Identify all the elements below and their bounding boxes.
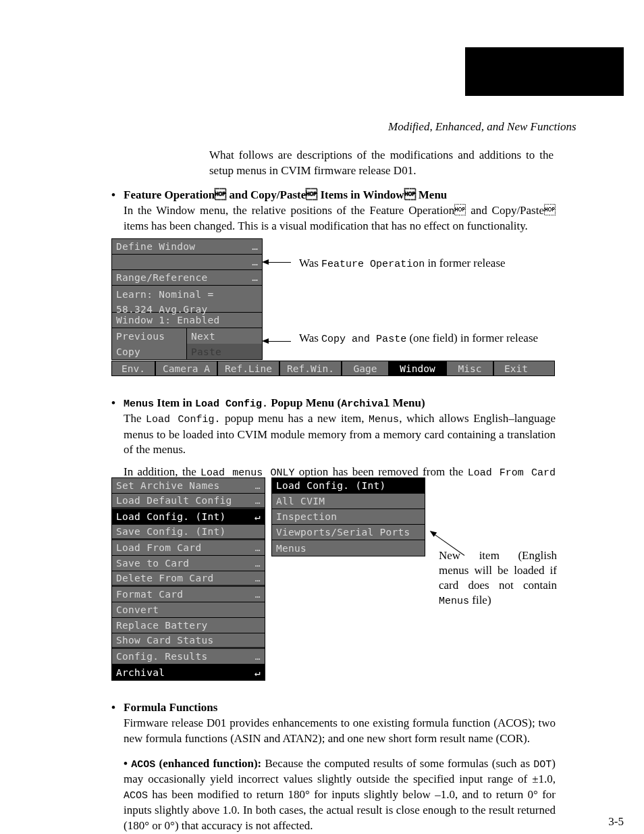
section2-heading: • Menus Item in Load Config. Popup Menu … — [111, 396, 556, 411]
menu-copy-paste-row: Copy Paste — [112, 344, 262, 359]
popup-title: Load Config. (Int) — [272, 478, 425, 494]
menu-item-window-enabled[interactable]: Window 1: Enabled — [112, 313, 262, 328]
arrow-icon — [267, 262, 291, 263]
page-number: 3-5 — [608, 814, 624, 830]
chapter-block — [465, 47, 624, 96]
archival-menu-figure: Set Archive Names Load Default Config Lo… — [111, 477, 429, 681]
section1-heading: • Feature Operation and Copy/Paste Ite… — [111, 188, 556, 203]
menu-item-feature-operation-blank[interactable]: … — [112, 255, 262, 270]
menu-item-set-archive[interactable]: Set Archive Names — [112, 478, 265, 494]
menu-item-load-default[interactable]: Load Default Config — [112, 494, 265, 509]
menu-bar: Env. Camera A Ref.Line Ref.Win. Gage Win… — [111, 361, 555, 376]
page-title: Modified, Enhanced, and New Functions — [388, 120, 576, 134]
menu-item-load-config-int[interactable]: Load Config. (Int) — [112, 509, 265, 525]
menu-item-previous[interactable]: Previous — [112, 328, 187, 344]
popup-item-inspection[interactable]: Inspection — [272, 509, 425, 525]
section2-body-a: The Load Config. popup menu has a new it… — [124, 411, 556, 458]
bullet-icon: • — [111, 396, 124, 411]
bullet-icon: • — [111, 188, 124, 203]
menu-prev-next-row: Previous Next — [112, 328, 262, 344]
menu-item-paste[interactable]: Paste — [187, 344, 262, 359]
menu-item-copy[interactable]: Copy — [112, 344, 187, 359]
menu-item-convert[interactable]: Convert — [112, 602, 265, 618]
intro-paragraph: What follows are descriptions of the mod… — [209, 148, 554, 179]
bar-misc[interactable]: Misc — [447, 361, 494, 375]
menu-item-delete-from-card[interactable]: Delete From Card — [112, 571, 265, 587]
menu-item-learn[interactable]: Learn: Nominal = 58.324 Avg.Gray — [112, 286, 262, 313]
menu-item-config-results[interactable]: Config. Results — [112, 649, 265, 664]
menu-item-archival[interactable]: Archival — [112, 664, 265, 680]
para3-a: Firmware release D01 provides enhancemen… — [124, 716, 556, 747]
bar-env[interactable]: Env. — [112, 361, 156, 375]
arrow-icon — [267, 341, 291, 342]
menu-item-range-reference[interactable]: Range/Reference… — [112, 270, 262, 286]
section2-title: Menus Item in Load Config. Popup Menu (A… — [124, 396, 425, 409]
bar-exit[interactable]: Exit — [494, 361, 538, 375]
annotation-feature-operation: Was Feature Operation in former release — [299, 256, 556, 271]
para3-b: • ACOS (enhanced function): Because the … — [124, 756, 556, 834]
bar-gage[interactable]: Gage — [342, 361, 390, 375]
bar-ref-line[interactable]: Ref.Line — [218, 361, 280, 375]
popup-item-all-cvim[interactable]: All CVIM — [272, 494, 425, 509]
menu-item-save-to-card[interactable]: Save to Card — [112, 556, 265, 571]
annotation-copy-paste: Was Copy and Paste (one field) in former… — [299, 331, 556, 346]
menu-item-load-from-card[interactable]: Load From Card — [112, 540, 265, 556]
annotation-new-item: New item (English menus will be loaded i… — [439, 548, 557, 608]
menu-item-next[interactable]: Next — [187, 328, 262, 344]
section3-heading: • Formula Functions — [111, 700, 556, 716]
menu-item-define-window[interactable]: Define Window… — [112, 239, 262, 255]
section1-body: In the Window menu, the relative positio… — [124, 203, 556, 234]
section1-title: Feature Operation and Copy/Paste Items… — [124, 188, 447, 201]
popup-item-viewports[interactable]: Viewports/Serial Ports — [272, 525, 425, 540]
bullet-icon: • — [111, 700, 124, 716]
popup-item-menus[interactable]: Menus — [272, 540, 425, 556]
bar-camera-a[interactable]: Camera A — [156, 361, 218, 375]
menu-item-save-config-int[interactable]: Save Config. (Int) — [112, 525, 265, 540]
menu-item-format-card[interactable]: Format Card — [112, 587, 265, 602]
menu-item-show-card-status[interactable]: Show Card Status — [112, 633, 265, 649]
section3-title: Formula Functions — [124, 701, 217, 714]
load-config-popup: Load Config. (Int) All CVIM Inspection V… — [271, 477, 425, 556]
bar-ref-win[interactable]: Ref.Win. — [280, 361, 342, 375]
menu-item-replace-battery[interactable]: Replace Battery — [112, 618, 265, 633]
bar-window[interactable]: Window — [390, 361, 447, 375]
